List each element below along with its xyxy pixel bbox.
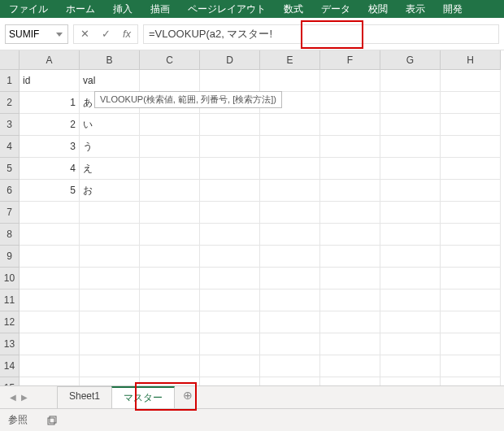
cell-b4[interactable]: う	[80, 136, 140, 158]
cell-a1[interactable]: id	[20, 70, 80, 92]
cell[interactable]	[140, 136, 200, 158]
cell[interactable]	[200, 202, 260, 224]
cell[interactable]	[140, 355, 200, 377]
column-header[interactable]: H	[441, 50, 501, 70]
row-header[interactable]: 9	[0, 246, 20, 268]
cell[interactable]	[80, 224, 140, 246]
cell[interactable]	[200, 136, 260, 158]
cell[interactable]	[80, 246, 140, 268]
ribbon-tab-home[interactable]: ホーム	[57, 0, 104, 18]
cell[interactable]	[200, 333, 260, 355]
cell[interactable]	[200, 114, 260, 136]
row-header[interactable]: 14	[0, 355, 20, 377]
ribbon-tab-insert[interactable]: 挿入	[104, 0, 141, 18]
cell[interactable]	[320, 136, 380, 158]
ribbon-tab-draw[interactable]: 描画	[141, 0, 179, 18]
cell[interactable]	[260, 268, 320, 290]
column-header[interactable]: A	[20, 50, 80, 70]
cell[interactable]	[320, 92, 380, 114]
cell[interactable]	[260, 180, 320, 202]
cell[interactable]	[320, 180, 380, 202]
cell[interactable]	[441, 268, 501, 290]
cell[interactable]	[260, 114, 320, 136]
cell[interactable]	[260, 333, 320, 355]
cell[interactable]	[441, 246, 501, 268]
cell[interactable]	[200, 224, 260, 246]
cell[interactable]	[200, 180, 260, 202]
row-header[interactable]: 7	[0, 202, 20, 224]
cell[interactable]	[380, 355, 441, 377]
cell[interactable]	[441, 333, 501, 355]
row-header[interactable]: 13	[0, 333, 20, 355]
cell[interactable]	[380, 70, 441, 92]
cell[interactable]	[80, 268, 140, 290]
cell[interactable]	[140, 246, 200, 268]
column-header[interactable]: B	[80, 50, 140, 70]
cell[interactable]	[380, 202, 441, 224]
formula-input[interactable]: =VLOOKUP(a2, マスター!	[143, 24, 499, 44]
cell[interactable]	[80, 290, 140, 311]
macro-record-icon[interactable]	[47, 415, 59, 426]
cell[interactable]	[441, 70, 501, 92]
ribbon-tab-developer[interactable]: 開発	[434, 0, 471, 18]
cell-a2[interactable]: 1	[20, 92, 80, 114]
cell[interactable]	[260, 224, 320, 246]
cell[interactable]	[320, 333, 380, 355]
column-header[interactable]: C	[140, 50, 200, 70]
column-header[interactable]: E	[260, 50, 320, 70]
cell[interactable]	[380, 158, 441, 180]
cell[interactable]	[380, 114, 441, 136]
cell[interactable]	[140, 311, 200, 333]
cell[interactable]	[320, 114, 380, 136]
row-header[interactable]: 5	[0, 158, 20, 180]
cell[interactable]	[200, 246, 260, 268]
cell[interactable]	[380, 290, 441, 311]
cell[interactable]	[441, 158, 501, 180]
cell[interactable]	[80, 311, 140, 333]
cell[interactable]	[140, 202, 200, 224]
cell-b3[interactable]: い	[80, 114, 140, 136]
cell[interactable]	[441, 92, 501, 114]
cell[interactable]	[80, 202, 140, 224]
cell[interactable]	[80, 355, 140, 377]
cell[interactable]	[320, 224, 380, 246]
row-header[interactable]: 4	[0, 136, 20, 158]
cell[interactable]	[320, 311, 380, 333]
cell-b5[interactable]: え	[80, 158, 140, 180]
cell[interactable]	[260, 355, 320, 377]
cell-b1[interactable]: val	[80, 70, 140, 92]
cell[interactable]	[20, 246, 80, 268]
cell[interactable]	[380, 311, 441, 333]
row-header[interactable]: 6	[0, 180, 20, 202]
cell[interactable]	[441, 114, 501, 136]
row-header[interactable]: 2	[0, 92, 20, 114]
cell[interactable]	[320, 290, 380, 311]
cell[interactable]	[260, 136, 320, 158]
cell[interactable]	[380, 268, 441, 290]
cell[interactable]	[380, 92, 441, 114]
name-box[interactable]: SUMIF	[5, 24, 68, 44]
cell[interactable]	[441, 290, 501, 311]
cell[interactable]	[20, 202, 80, 224]
cell[interactable]	[200, 311, 260, 333]
row-header[interactable]: 1	[0, 70, 20, 92]
sheet-tab-master[interactable]: マスター	[111, 386, 175, 408]
cell[interactable]	[320, 70, 380, 92]
cell[interactable]	[20, 333, 80, 355]
cell[interactable]	[20, 224, 80, 246]
row-header[interactable]: 8	[0, 224, 20, 246]
cell[interactable]	[320, 355, 380, 377]
cell[interactable]	[441, 355, 501, 377]
add-sheet-button[interactable]: ⊕	[179, 386, 197, 404]
cell[interactable]	[320, 246, 380, 268]
tab-prev-icon[interactable]: ◀	[10, 393, 16, 402]
cell[interactable]	[80, 333, 140, 355]
cell[interactable]	[441, 136, 501, 158]
cell[interactable]	[140, 114, 200, 136]
cell[interactable]	[260, 70, 320, 92]
cell[interactable]	[320, 268, 380, 290]
cell[interactable]	[20, 268, 80, 290]
cell-a3[interactable]: 2	[20, 114, 80, 136]
cell[interactable]	[140, 290, 200, 311]
column-header[interactable]: F	[320, 50, 380, 70]
